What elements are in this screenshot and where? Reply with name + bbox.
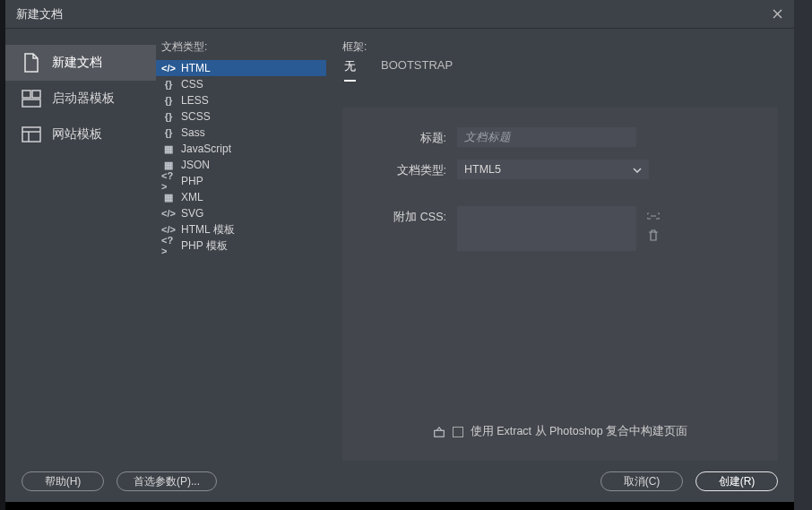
- extract-label: 使用 Extract 从 Photoshop 复合中构建页面: [471, 424, 688, 439]
- chevron-down-icon: [633, 165, 642, 175]
- doc-type-js[interactable]: ▦ JavaScript: [156, 141, 326, 157]
- prefs-button[interactable]: 首选参数(P)...: [117, 471, 217, 491]
- sidebar-item-label: 新建文档: [52, 55, 102, 71]
- titlebar: 新建文档: [5, 0, 794, 29]
- doc-type-html-template[interactable]: </> HTML 模板: [156, 221, 326, 238]
- braces-icon: {}: [161, 94, 176, 107]
- doc-type-html[interactable]: </> HTML: [156, 60, 326, 76]
- frame-tab-bootstrap[interactable]: BOOTSTRAP: [381, 58, 453, 82]
- doc-type-less[interactable]: {} LESS: [156, 92, 326, 108]
- doc-type-label: SVG: [181, 207, 203, 220]
- doc-type-scss[interactable]: {} SCSS: [156, 108, 326, 125]
- doc-type-label: HTML 模板: [181, 222, 235, 238]
- svg-rect-6: [434, 430, 444, 437]
- title-input[interactable]: [457, 127, 636, 147]
- sidebar-item-launcher-templates[interactable]: 启动器模板: [5, 81, 156, 117]
- sidebar-item-label: 启动器模板: [52, 91, 115, 107]
- script-icon: ▦: [161, 159, 176, 171]
- doc-type-label: CSS: [181, 78, 203, 91]
- doc-type-label: XML: [181, 191, 203, 203]
- doc-type-column: 文档类型: </> HTML {} CSS {} LESS {} SCSS: [156, 29, 326, 461]
- doc-type-label: SCSS: [181, 110, 211, 123]
- extract-row: 使用 Extract 从 Photoshop 复合中构建页面: [369, 424, 751, 446]
- doc-type-label: PHP 模板: [181, 238, 228, 254]
- script-icon: ▦: [161, 191, 176, 203]
- site-icon: [22, 125, 41, 144]
- sidebar-item-site-templates[interactable]: 网站模板: [5, 117, 156, 152]
- doc-type-label: HTML: [181, 62, 211, 74]
- doc-type-label: PHP: [181, 175, 203, 187]
- extract-icon: [433, 426, 445, 438]
- script-icon: ▦: [161, 143, 176, 155]
- extract-checkbox[interactable]: [453, 427, 463, 437]
- doc-type-label: Sass: [181, 126, 205, 139]
- cancel-button[interactable]: 取消(C): [600, 471, 683, 491]
- doc-type-php-template[interactable]: <?> PHP 模板: [156, 238, 326, 254]
- frame-header: 框架:: [342, 39, 778, 55]
- new-document-dialog: 新建文档 新建文档 启动器模板 网站模: [5, 0, 794, 502]
- doc-type-sass[interactable]: {} Sass: [156, 125, 326, 141]
- doc-type-label: LESS: [181, 94, 209, 107]
- doc-type-svg[interactable]: </> SVG: [156, 205, 326, 221]
- doc-type-php[interactable]: <?> PHP: [156, 173, 326, 189]
- file-icon: [22, 53, 41, 73]
- svg-rect-0: [22, 91, 30, 98]
- doctype-label: 文档类型:: [369, 160, 446, 178]
- doctype-value: HTML5: [464, 163, 501, 176]
- php-icon: <?>: [161, 175, 176, 187]
- braces-icon: {}: [161, 110, 176, 123]
- title-label: 标题:: [369, 127, 446, 146]
- link-icon[interactable]: [647, 210, 660, 222]
- form-panel: 标题: 文档类型: HTML5 附加 CSS:: [342, 108, 778, 461]
- css-label: 附加 CSS:: [369, 206, 446, 225]
- create-button[interactable]: 创建(R): [695, 471, 778, 491]
- code-icon: </>: [161, 223, 176, 236]
- doc-type-label: JSON: [181, 159, 210, 171]
- frame-tabs: 无 BOOTSTRAP: [342, 58, 778, 82]
- right-panel: 框架: 无 BOOTSTRAP 标题: 文档类型: HTML5: [326, 29, 794, 461]
- close-icon[interactable]: [771, 8, 783, 21]
- frame-tab-none[interactable]: 无: [344, 58, 356, 82]
- braces-icon: {}: [161, 78, 176, 91]
- svg-rect-3: [22, 127, 40, 142]
- doc-type-json[interactable]: ▦ JSON: [156, 157, 326, 173]
- doc-type-css[interactable]: {} CSS: [156, 76, 326, 92]
- php-icon: <?>: [161, 239, 176, 252]
- sidebar-item-label: 网站模板: [52, 126, 102, 143]
- footer: 帮助(H) 首选参数(P)... 取消(C) 创建(R): [5, 461, 794, 502]
- sidebar-item-new-doc[interactable]: 新建文档: [5, 45, 156, 81]
- code-icon: </>: [161, 207, 176, 220]
- doc-type-header: 文档类型:: [156, 39, 326, 60]
- launcher-icon: [22, 89, 41, 108]
- code-icon: </>: [161, 62, 176, 74]
- window-title: 新建文档: [16, 6, 63, 22]
- svg-rect-1: [32, 91, 40, 98]
- sidebar: 新建文档 启动器模板 网站模板: [5, 29, 156, 461]
- trash-icon[interactable]: [647, 229, 660, 242]
- doc-type-label: JavaScript: [181, 143, 231, 155]
- help-button[interactable]: 帮助(H): [22, 471, 104, 491]
- doctype-select[interactable]: HTML5: [457, 160, 649, 179]
- svg-rect-2: [22, 99, 40, 107]
- braces-icon: {}: [161, 126, 176, 139]
- css-attach-list[interactable]: [457, 206, 636, 251]
- doc-type-xml[interactable]: ▦ XML: [156, 189, 326, 205]
- doc-type-list: </> HTML {} CSS {} LESS {} SCSS {} Sas: [156, 60, 326, 254]
